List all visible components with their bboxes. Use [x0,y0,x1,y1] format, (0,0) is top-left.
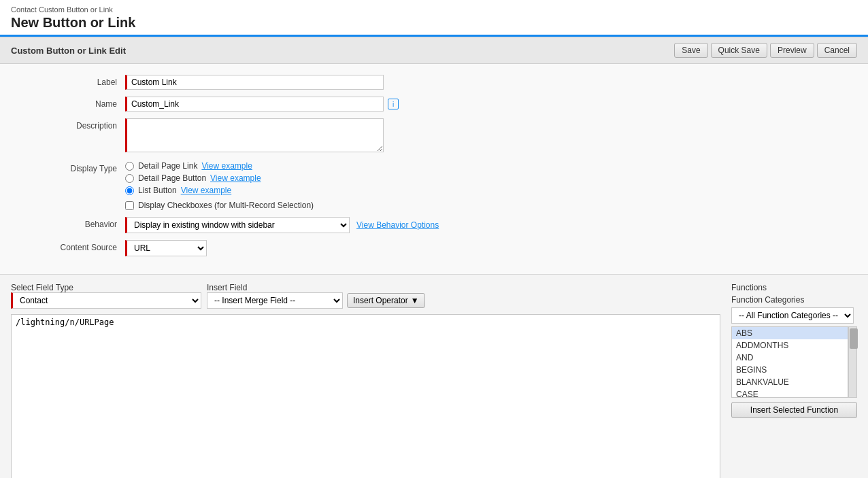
label-input[interactable] [125,75,384,90]
select-field-type-label: Select Field Type [11,283,201,292]
field-type-select[interactable]: Contact Account [11,292,201,309]
function-item-case[interactable]: CASE [732,388,848,398]
display-type-options: Detail Page Link View example Detail Pag… [125,161,852,210]
radio-list-button: List Button View example [125,186,852,195]
display-type-label: Display Type [16,161,125,173]
name-row: Name i [16,97,852,112]
description-row: Description [16,118,852,154]
detail-page-link-label: Detail Page Link [138,161,197,171]
radio-list-button-input[interactable] [125,186,134,195]
checkbox-multi-record: Display Checkboxes (for Multi-Record Sel… [125,201,852,210]
label-row: Label [16,75,852,90]
detail-page-link-example[interactable]: View example [201,161,252,171]
lower-section: Select Field Type Contact Account Insert… [0,275,868,478]
list-button-example[interactable]: View example [181,186,231,195]
behavior-row: Behavior Display in existing window with… [16,217,852,233]
main-container: Custom Button or Link Edit Save Quick Sa… [0,37,868,478]
name-input[interactable] [125,97,384,112]
preview-button[interactable]: Preview [770,43,814,58]
save-button[interactable]: Save [674,43,707,58]
function-item-begins[interactable]: BEGINS [732,364,848,376]
content-source-label: Content Source [16,240,125,252]
functions-list-wrap: ABS ADDMONTHS AND BEGINS BLANKVALUE CASE [731,326,857,398]
header-buttons: Save Quick Save Preview Cancel [674,43,857,58]
function-item-and[interactable]: AND [732,352,848,364]
quick-save-button[interactable]: Quick Save [711,43,767,58]
description-label: Description [16,118,125,131]
radio-detail-page-link-input[interactable] [125,162,134,171]
list-button-label: List Button [138,186,177,195]
detail-page-button-label: Detail Page Button [138,173,206,183]
function-item-blankvalue[interactable]: BLANKVALUE [732,376,848,388]
functions-scrollbar-thumb [850,328,858,349]
insert-operator-label: Insert Operator [353,296,408,305]
view-behavior-options-link[interactable]: View Behavior Options [356,220,439,230]
url-editor[interactable]: /lightning/n/URLPage [11,314,720,478]
cancel-button[interactable]: Cancel [817,43,857,58]
behavior-select[interactable]: Display in existing window with sidebar … [125,217,350,233]
insert-operator-chevron: ▼ [411,296,419,305]
insert-field-row: -- Insert Merge Field -- Insert Operator… [207,292,425,309]
function-categories-label: Function Categories [731,295,857,305]
content-source-row: Content Source URL Visualforce Page S-Co… [16,240,852,256]
description-field-wrap [125,118,852,154]
left-panel: Select Field Type Contact Account Insert… [11,283,720,478]
name-field-label: Name [16,97,125,109]
select-field-type-col: Select Field Type Contact Account [11,283,201,309]
page-title: New Button or Link [11,15,857,31]
radio-detail-page-button-input[interactable] [125,174,134,183]
insert-operator-button[interactable]: Insert Operator ▼ [347,293,425,308]
top-bar: Contact Custom Button or Link New Button… [0,0,868,37]
radio-group: Detail Page Link View example Detail Pag… [125,161,852,210]
label-field-label: Label [16,75,125,87]
function-categories-select[interactable]: -- All Function Categories -- [731,307,854,324]
radio-detail-page-button: Detail Page Button View example [125,173,852,183]
functions-scrollbar[interactable] [848,326,857,398]
section-header: Custom Button or Link Edit Save Quick Sa… [0,37,868,64]
insert-selected-function-button[interactable]: Insert Selected Function [731,402,857,418]
description-textarea[interactable] [125,118,384,152]
display-type-row: Display Type Detail Page Link View examp… [16,161,852,210]
insert-field-label: Insert Field [207,283,425,292]
functions-list[interactable]: ABS ADDMONTHS AND BEGINS BLANKVALUE CASE [731,326,848,398]
function-item-abs[interactable]: ABS [732,327,848,339]
checkbox-multi-record-input[interactable] [125,201,134,210]
detail-page-button-example[interactable]: View example [210,173,261,183]
breadcrumb: Contact Custom Button or Link [11,5,857,14]
info-icon[interactable]: i [388,99,399,109]
insert-merge-field-select[interactable]: -- Insert Merge Field -- [207,292,343,309]
functions-label: Functions [731,283,857,292]
behavior-label: Behavior [16,217,125,229]
section-header-title: Custom Button or Link Edit [11,46,126,56]
content-source-field-wrap: URL Visualforce Page S-Control [125,240,852,256]
insert-field-col: Insert Field -- Insert Merge Field -- In… [207,283,425,309]
form-section: Label Name i Description Display Type [0,64,868,275]
label-field-wrap [125,75,852,90]
name-field-wrap: i [125,97,852,112]
function-item-addmonths[interactable]: ADDMONTHS [732,339,848,352]
content-source-select[interactable]: URL Visualforce Page S-Control [125,240,207,256]
top-controls-row: Select Field Type Contact Account Insert… [11,283,720,309]
radio-detail-page-link: Detail Page Link View example [125,161,852,171]
checkbox-multi-record-label: Display Checkboxes (for Multi-Record Sel… [138,201,314,210]
right-panel: Functions Function Categories -- All Fun… [731,283,857,478]
behavior-field-wrap: Display in existing window with sidebar … [125,217,852,233]
